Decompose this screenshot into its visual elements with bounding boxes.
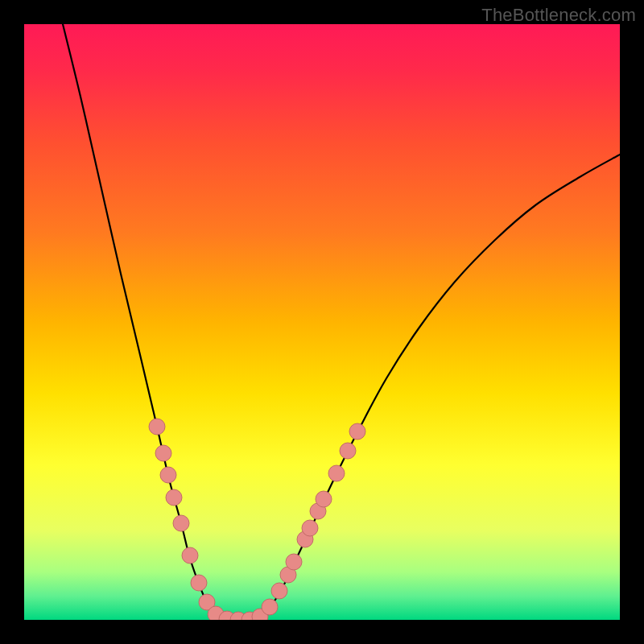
watermark-text: TheBottleneck.com <box>481 5 636 26</box>
data-marker <box>262 599 278 615</box>
data-marker <box>316 491 332 507</box>
data-marker <box>155 445 171 461</box>
data-marker <box>149 419 165 435</box>
data-marker <box>166 489 182 506</box>
data-marker <box>173 515 189 531</box>
gradient-background <box>24 24 620 620</box>
chart-svg <box>24 24 620 620</box>
data-marker <box>340 443 356 459</box>
black-frame: TheBottleneck.com <box>0 0 644 644</box>
data-marker <box>182 547 198 564</box>
data-marker <box>328 465 345 481</box>
data-marker <box>349 423 365 440</box>
data-marker <box>302 520 318 536</box>
plot-area <box>24 24 620 620</box>
data-marker <box>271 583 287 599</box>
data-marker <box>160 467 176 483</box>
data-marker <box>286 554 302 570</box>
data-marker <box>191 575 207 591</box>
